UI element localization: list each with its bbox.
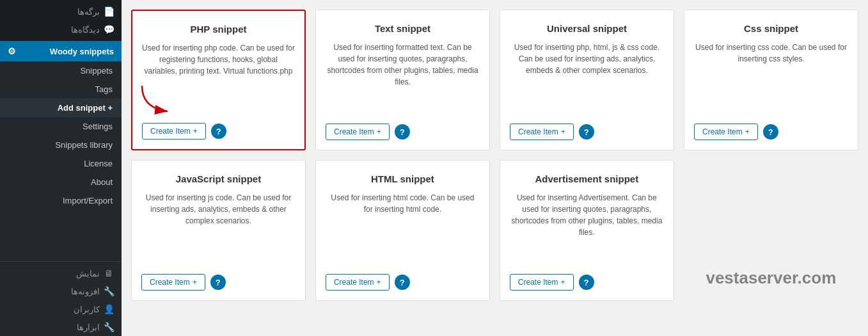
card-html: HTML snippet Used for inserting html cod… [315, 160, 490, 301]
sidebar-item-tools[interactable]: ابزارها 🔧 [0, 318, 122, 336]
tools-label: ابزارها [77, 323, 100, 332]
card-advertisement-footer: Create Item + ? [510, 274, 664, 291]
help-html-button[interactable]: ? [395, 275, 410, 290]
plus-icon: + [377, 127, 381, 136]
card-css-title: Css snippet [694, 23, 848, 34]
create-item-javascript-button[interactable]: Create Item + [141, 274, 205, 291]
card-css-footer: Create Item + ? [694, 124, 848, 140]
plus-icon: + [193, 127, 198, 136]
sidebar-item-comments[interactable]: دیدگاه‌ها 💬 [0, 20, 122, 38]
comments-icon: 💬 [104, 24, 114, 35]
card-advertisement-desc: Used for inserting Advertisement. Can be… [510, 192, 664, 264]
arrow-svg [136, 83, 177, 118]
card-php-footer: Create Item + ? [142, 123, 295, 140]
card-javascript-desc: Used for inserting js code. Can be used … [141, 192, 296, 264]
card-universal-desc: Used for inserting php, html, js & css c… [510, 42, 664, 114]
help-php-button[interactable]: ? [211, 124, 226, 139]
sidebar-item-add-snippet[interactable]: Add snippet + [0, 99, 122, 117]
sidebar-item-display[interactable]: نمایش 🖥 [0, 264, 122, 282]
woody-header[interactable]: ⚙ Woody snippets [0, 41, 122, 61]
woody-title: Woody snippets [50, 47, 114, 56]
arrow-annotation [136, 83, 177, 120]
sidebar-item-about[interactable]: About [0, 173, 122, 191]
sidebar-item-license[interactable]: License [0, 154, 122, 173]
bottom-section: JavaScript snippet Used for inserting js… [131, 160, 858, 301]
plugins-icon: 🔧 [104, 286, 114, 296]
sidebar-item-import-export[interactable]: Import/Export [0, 191, 122, 210]
woody-gear-icon: ⚙ [8, 46, 16, 56]
cards-top-row: PHP snippet Used for inserting php code.… [131, 10, 858, 150]
plus-icon: + [561, 278, 565, 287]
sidebar-top: برگه‌ها 📄 دیدگاه‌ها 💬 [0, 0, 122, 41]
card-html-title: HTML snippet [326, 173, 480, 184]
tools-icon: 🔧 [104, 322, 114, 332]
help-text-button[interactable]: ? [395, 124, 410, 140]
card-javascript-footer: Create Item + ? [141, 274, 296, 291]
card-text: Text snippet Used for inserting formatte… [315, 10, 490, 150]
sidebar-item-users[interactable]: کاربران 👤 [0, 300, 122, 318]
card-javascript-title: JavaScript snippet [141, 173, 296, 184]
sidebar-item-settings[interactable]: Settings [0, 117, 122, 136]
display-label: نمایش [76, 269, 100, 278]
card-text-desc: Used for inserting formatted text. Can b… [326, 42, 480, 114]
help-css-button[interactable]: ? [763, 124, 778, 140]
woody-section: ⚙ Woody snippets Snippets Tags Add snipp… [0, 41, 122, 259]
card-text-title: Text snippet [326, 23, 480, 34]
plus-icon: + [377, 278, 381, 287]
card-php-title: PHP snippet [142, 24, 295, 35]
users-icon: 👤 [104, 304, 114, 314]
comments-label: دیدگاه‌ها [71, 25, 100, 35]
create-item-text-button[interactable]: Create Item + [326, 124, 390, 140]
create-item-universal-button[interactable]: Create Item + [510, 124, 574, 140]
create-item-css-button[interactable]: Create Item + [694, 124, 758, 140]
pages-label: برگه‌ها [77, 7, 100, 17]
create-item-advertisement-button[interactable]: Create Item + [510, 274, 574, 291]
plus-icon: + [745, 127, 750, 136]
plus-icon: + [561, 127, 565, 136]
plus-icon: + [193, 278, 197, 287]
card-universal-title: Universal snippet [510, 23, 664, 34]
watermark-area: vestaserver.com [684, 160, 858, 301]
card-css: Css snippet Used for inserting css code.… [684, 10, 858, 150]
card-advertisement: Advertisement snippet Used for inserting… [500, 160, 674, 301]
sidebar: برگه‌ها 📄 دیدگاه‌ها 💬 ⚙ Woody snippets S… [0, 0, 122, 336]
sidebar-item-snippets[interactable]: Snippets [0, 61, 122, 80]
main-content: PHP snippet Used for inserting php code.… [122, 0, 868, 336]
card-text-footer: Create Item + ? [326, 124, 480, 140]
plugins-label: افزونه‌ها [71, 287, 100, 296]
sidebar-item-pages[interactable]: برگه‌ها 📄 [0, 3, 122, 20]
card-universal: Universal snippet Used for inserting php… [500, 10, 674, 150]
card-html-footer: Create Item + ? [326, 274, 480, 291]
create-item-php-button[interactable]: Create Item + [142, 123, 206, 140]
users-label: کاربران [74, 305, 100, 314]
card-css-desc: Used for inserting css code. Can be used… [694, 42, 848, 114]
sidebar-item-snippets-library[interactable]: Snippets library [0, 136, 122, 154]
sidebar-item-tags[interactable]: Tags [0, 80, 122, 99]
card-html-desc: Used for inserting html code. Can be use… [326, 192, 480, 264]
watermark: vestaserver.com [706, 268, 836, 288]
cards-bottom-row: JavaScript snippet Used for inserting js… [131, 160, 674, 301]
card-advertisement-title: Advertisement snippet [510, 173, 664, 184]
pages-icon: 📄 [104, 6, 114, 17]
card-php: PHP snippet Used for inserting php code.… [131, 10, 306, 150]
help-javascript-button[interactable]: ? [210, 275, 226, 290]
create-item-html-button[interactable]: Create Item + [326, 274, 390, 291]
sidebar-bottom: نمایش 🖥 افزونه‌ها 🔧 کاربران 👤 ابزارها 🔧 [0, 264, 122, 336]
help-advertisement-button[interactable]: ? [579, 275, 594, 290]
sidebar-item-plugins[interactable]: افزونه‌ها 🔧 [0, 282, 122, 300]
display-icon: 🖥 [104, 268, 114, 278]
card-universal-footer: Create Item + ? [510, 124, 664, 140]
help-universal-button[interactable]: ? [579, 124, 594, 140]
sidebar-divider [0, 261, 122, 262]
card-javascript: JavaScript snippet Used for inserting js… [131, 160, 306, 301]
